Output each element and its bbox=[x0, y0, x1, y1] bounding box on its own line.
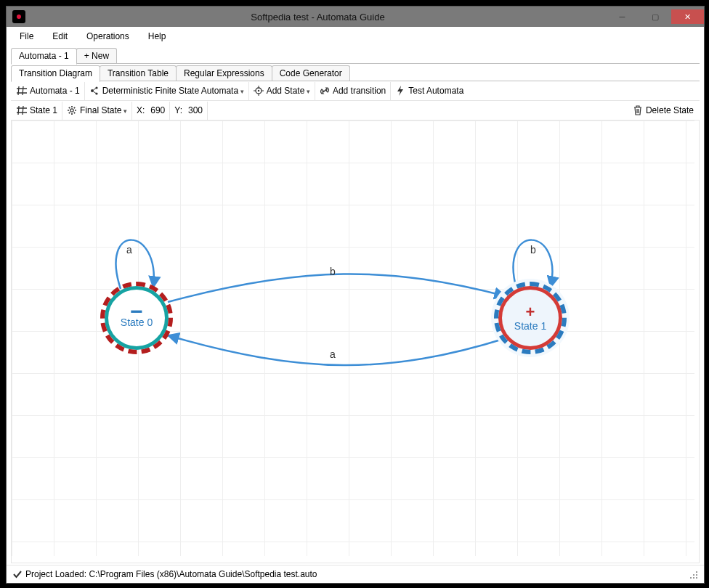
tab-transition-table[interactable]: Transition Table bbox=[100, 65, 177, 81]
tab-automata-1[interactable]: Automata - 1 bbox=[11, 48, 77, 65]
svg-point-5 bbox=[70, 109, 73, 112]
state-type-label: Final State bbox=[80, 105, 127, 115]
menu-operations[interactable]: Operations bbox=[78, 28, 138, 44]
toolbar-state: State 1 Final State X: 690 Y: 300 bbox=[11, 101, 700, 121]
statusbar: Project Loaded: C:\Program Files (x86)\A… bbox=[7, 565, 704, 583]
add-transition-button[interactable]: Add transition bbox=[315, 82, 391, 100]
tool-automata-selector[interactable]: Automata - 1 bbox=[12, 82, 85, 100]
state-selector[interactable]: State 1 bbox=[12, 102, 62, 120]
view-tabs: Transition Diagram Transition Table Regu… bbox=[11, 64, 700, 81]
minimize-button[interactable]: ─ bbox=[606, 9, 639, 24]
app-icon bbox=[12, 10, 25, 23]
y-value: 300 bbox=[188, 105, 203, 115]
state-node-1[interactable]: + State 1 bbox=[498, 286, 562, 350]
delete-state-button[interactable]: Delete State bbox=[628, 102, 698, 120]
link-icon bbox=[320, 86, 330, 96]
tool-automata-type[interactable]: Deterministic Finite State Automata bbox=[85, 82, 249, 100]
window-title: Softpedia test - Automata Guide bbox=[30, 12, 606, 23]
tab-regular-expressions[interactable]: Regular Expressions bbox=[176, 65, 272, 81]
transition-label[interactable]: b bbox=[530, 244, 536, 256]
y-label: Y: bbox=[174, 105, 182, 115]
tab-code-generator[interactable]: Code Generator bbox=[272, 65, 350, 81]
menu-edit[interactable]: Edit bbox=[44, 28, 76, 44]
check-icon bbox=[12, 569, 23, 579]
state-name-label: State 1 bbox=[30, 105, 57, 115]
diagram-canvas[interactable]: − State 0 + State 1 a b a b bbox=[12, 121, 694, 556]
add-state-button[interactable]: Add State bbox=[249, 82, 315, 100]
state-y-coord[interactable]: Y: 300 bbox=[170, 102, 208, 120]
window-controls: ─ ▢ ✕ bbox=[606, 9, 704, 24]
menu-file[interactable]: File bbox=[11, 28, 42, 44]
status-text: Project Loaded: C:\Program Files (x86)\A… bbox=[25, 569, 317, 579]
transition-label[interactable]: a bbox=[126, 244, 132, 256]
titlebar: Softpedia test - Automata Guide ─ ▢ ✕ bbox=[7, 7, 704, 27]
tab-transition-diagram[interactable]: Transition Diagram bbox=[11, 65, 100, 82]
target-icon bbox=[254, 86, 264, 96]
maximize-button[interactable]: ▢ bbox=[639, 9, 671, 24]
type-icon bbox=[89, 86, 100, 96]
transition-label[interactable]: b bbox=[330, 266, 336, 277]
menubar: File Edit Operations Help bbox=[7, 27, 704, 46]
state-outer-ring bbox=[100, 282, 173, 354]
canvas-scroll[interactable]: − State 0 + State 1 a b a b bbox=[11, 121, 700, 563]
tab-new[interactable]: + New bbox=[76, 48, 117, 64]
toolbar-main: Automata - 1 Deterministic Finite State … bbox=[11, 81, 700, 101]
state-type-selector[interactable]: Final State bbox=[62, 102, 132, 120]
app-window: Softpedia test - Automata Guide ─ ▢ ✕ Fi… bbox=[6, 6, 705, 584]
resize-grip[interactable] bbox=[688, 569, 698, 579]
x-label: X: bbox=[137, 105, 145, 115]
hash-icon bbox=[17, 86, 27, 96]
delete-state-label: Delete State bbox=[646, 105, 694, 115]
state-node-0[interactable]: − State 0 bbox=[105, 286, 169, 350]
automata-name-label: Automata - 1 bbox=[30, 86, 80, 96]
x-value: 690 bbox=[150, 105, 165, 115]
toolbar-spacer bbox=[208, 102, 628, 120]
transition-label[interactable]: a bbox=[330, 348, 336, 360]
close-button[interactable]: ✕ bbox=[671, 9, 704, 24]
svg-point-4 bbox=[257, 90, 259, 91]
automata-type-label: Deterministic Finite State Automata bbox=[102, 86, 244, 96]
gear-icon bbox=[67, 105, 77, 115]
state-x-coord[interactable]: X: 690 bbox=[132, 102, 170, 120]
hash-icon bbox=[17, 105, 27, 115]
lightning-icon bbox=[395, 86, 405, 96]
inner-panel: Transition Diagram Transition Table Regu… bbox=[11, 64, 700, 563]
state-outer-ring bbox=[494, 282, 567, 354]
document-tabs: Automata - 1 + New bbox=[7, 46, 704, 64]
add-transition-label: Add transition bbox=[333, 86, 386, 96]
test-automata-label: Test Automata bbox=[408, 86, 463, 96]
menu-help[interactable]: Help bbox=[139, 28, 175, 44]
trash-icon bbox=[633, 105, 643, 115]
add-state-label: Add State bbox=[267, 86, 310, 96]
content-area: Automata - 1 + New Transition Diagram Tr… bbox=[7, 46, 704, 565]
test-automata-button[interactable]: Test Automata bbox=[391, 82, 468, 100]
